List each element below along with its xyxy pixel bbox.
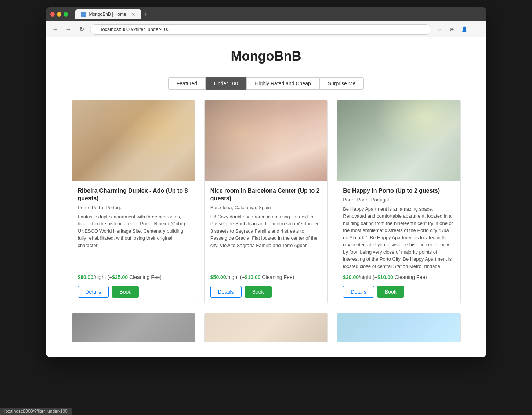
listing-body: Ribeira Charming Duplex - Ado (Up to 8 g… bbox=[72, 181, 195, 304]
cleaning-text: Cleaning Fee) bbox=[393, 274, 427, 280]
listing-body: Nice room in Barcelona Center (Up to 2 g… bbox=[205, 181, 327, 304]
page-content: MongoBnB Featured Under 100 Highly Rated… bbox=[46, 37, 486, 357]
back-button[interactable]: ← bbox=[50, 24, 61, 35]
reload-button[interactable]: ↻ bbox=[77, 24, 87, 35]
cleaning-fee: $35.00 bbox=[112, 274, 128, 280]
new-tab-button[interactable]: + bbox=[144, 11, 148, 18]
cleaning-fee: $10.00 bbox=[245, 274, 261, 280]
listing-description: Hi! Cozy double bed room in amazing flat… bbox=[210, 213, 322, 270]
listing-title: Nice room in Barcelona Center (Up to 2 g… bbox=[210, 187, 322, 203]
listing-title: Be Happy in Porto (Up to 2 guests) bbox=[343, 187, 454, 195]
tab-highly-rated[interactable]: Highly Rated and Cheap bbox=[246, 77, 319, 90]
listing-title: Ribeira Charming Duplex - Ado (Up to 8 g… bbox=[78, 187, 189, 203]
listing-location: Barcelona, Catalunya, Spain bbox=[210, 205, 322, 210]
extension-button[interactable]: ⊕ bbox=[447, 24, 457, 35]
listings-grid-bottom bbox=[64, 313, 468, 342]
status-bar: localhost:8000/?filter=under-100 bbox=[0, 408, 72, 415]
book-button[interactable]: Book bbox=[112, 286, 139, 298]
tab-close-button[interactable]: ✕ bbox=[131, 11, 135, 17]
listing-card-partial bbox=[337, 313, 460, 342]
bookmark-button[interactable]: ☆ bbox=[434, 24, 445, 35]
status-bar-text: localhost:8000/?filter=under-100 bbox=[4, 409, 68, 414]
price-text: /night (+ bbox=[93, 274, 112, 280]
listing-description: Fantastic duplex apartment with three be… bbox=[78, 213, 189, 270]
tab-favicon: M bbox=[81, 12, 86, 17]
listing-price: $30.00/night (+$10.00 Cleaning Fee) bbox=[343, 274, 454, 280]
listing-image bbox=[205, 100, 327, 181]
book-button[interactable]: Book bbox=[377, 286, 404, 298]
close-window-button[interactable] bbox=[50, 12, 55, 17]
tab-featured[interactable]: Featured bbox=[168, 77, 206, 90]
tab-title: MongoBnB | Home bbox=[89, 12, 126, 17]
tab-under100[interactable]: Under 100 bbox=[206, 77, 246, 90]
listing-image bbox=[72, 100, 195, 181]
listing-location: Porto, Porto, Portugal bbox=[78, 205, 189, 210]
price-amount: $30.00 bbox=[343, 274, 359, 280]
cleaning-text: Cleaning Fee) bbox=[260, 274, 294, 280]
address-bar-wrapper: ⓘ bbox=[90, 24, 431, 35]
filter-tabs: Featured Under 100 Highly Rated and Chea… bbox=[46, 77, 486, 90]
browser-window: M MongoBnB | Home ✕ + ← → ↻ ⓘ ☆ ⊕ 👤 ⋮ Mo… bbox=[46, 7, 486, 357]
listing-card-partial bbox=[72, 313, 195, 342]
traffic-lights bbox=[50, 12, 68, 17]
listing-price: $80.00/night (+$35.00 Cleaning Fee) bbox=[78, 274, 189, 280]
listing-actions: Details Book bbox=[210, 286, 322, 298]
tab-surprise[interactable]: Surprise Me bbox=[319, 77, 364, 90]
listing-image-partial bbox=[337, 313, 460, 342]
cleaning-fee: $10.00 bbox=[377, 274, 393, 280]
listing-card-partial bbox=[204, 313, 328, 342]
profile-button[interactable]: 👤 bbox=[459, 24, 470, 35]
tab-bar: M MongoBnB | Home ✕ + bbox=[75, 9, 148, 19]
listing-actions: Details Book bbox=[343, 286, 454, 298]
listing-image-partial bbox=[72, 313, 195, 342]
listing-card: Ribeira Charming Duplex - Ado (Up to 8 g… bbox=[72, 100, 195, 304]
active-tab[interactable]: M MongoBnB | Home ✕ bbox=[75, 9, 141, 19]
details-button[interactable]: Details bbox=[210, 286, 242, 298]
listing-image-partial bbox=[205, 313, 327, 342]
maximize-window-button[interactable] bbox=[64, 12, 68, 17]
forward-button[interactable]: → bbox=[64, 24, 74, 35]
listing-price: $50.00/night (+$10.00 Cleaning Fee) bbox=[210, 274, 322, 280]
toolbar-right-buttons: ☆ ⊕ 👤 ⋮ bbox=[434, 24, 482, 35]
browser-titlebar: M MongoBnB | Home ✕ + bbox=[46, 7, 486, 21]
address-bar[interactable] bbox=[90, 24, 431, 35]
details-button[interactable]: Details bbox=[343, 286, 374, 298]
price-text: /night (+ bbox=[226, 274, 245, 280]
listings-grid: Ribeira Charming Duplex - Ado (Up to 8 g… bbox=[64, 100, 468, 304]
price-text: /night (+ bbox=[359, 274, 377, 280]
price-amount: $50.00 bbox=[210, 274, 226, 280]
listing-card: Be Happy in Porto (Up to 2 guests) Porto… bbox=[337, 100, 460, 304]
listing-actions: Details Book bbox=[78, 286, 189, 298]
browser-toolbar: ← → ↻ ⓘ ☆ ⊕ 👤 ⋮ bbox=[46, 21, 486, 37]
page-title: MongoBnB bbox=[53, 49, 479, 64]
page-header: MongoBnB bbox=[46, 37, 486, 71]
details-button[interactable]: Details bbox=[78, 286, 109, 298]
cleaning-text: Cleaning Fee) bbox=[128, 274, 162, 280]
listing-location: Porto, Porto, Portugal bbox=[343, 197, 454, 203]
listing-description: Be Happy Apartment is an amazing space. … bbox=[343, 205, 454, 270]
listing-body: Be Happy in Porto (Up to 2 guests) Porto… bbox=[337, 181, 460, 304]
book-button[interactable]: Book bbox=[245, 286, 272, 298]
listing-image bbox=[337, 100, 460, 181]
menu-button[interactable]: ⋮ bbox=[472, 24, 482, 35]
listing-card: Nice room in Barcelona Center (Up to 2 g… bbox=[204, 100, 328, 304]
minimize-window-button[interactable] bbox=[57, 12, 61, 17]
price-amount: $80.00 bbox=[78, 274, 94, 280]
